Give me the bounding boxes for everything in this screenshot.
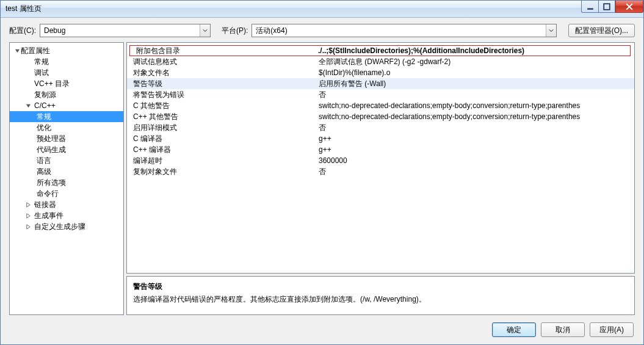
property-key: C 其他警告 xyxy=(127,101,316,111)
tree-item[interactable]: 常规 xyxy=(10,111,123,122)
property-grid[interactable]: 附加包含目录./..;$(StlIncludeDirectories);%(Ad… xyxy=(126,42,635,274)
window-title: test 属性页 xyxy=(1,4,42,14)
property-key: C 编译器 xyxy=(127,134,316,144)
platform-value: 活动(x64) xyxy=(256,26,287,36)
property-key: 警告等级 xyxy=(127,79,316,89)
property-key: C++ 编译器 xyxy=(127,145,316,155)
property-key: 调试信息格式 xyxy=(127,57,316,67)
property-row[interactable]: 启用详细模式否 xyxy=(127,122,634,133)
property-key: 编译超时 xyxy=(127,156,316,166)
tree-item[interactable]: 命令行 xyxy=(10,188,123,199)
config-label: 配置(C): xyxy=(9,26,36,36)
property-value[interactable]: 否 xyxy=(316,90,634,100)
triangle-right-icon xyxy=(24,202,32,208)
svg-rect-0 xyxy=(587,8,593,9)
property-value[interactable]: g++ xyxy=(316,145,634,154)
property-value[interactable]: switch;no-deprecated-declarations;empty-… xyxy=(316,101,634,110)
tree-root[interactable]: 配置属性 xyxy=(10,45,123,56)
tree-item[interactable]: 代码生成 xyxy=(10,144,123,155)
window-buttons xyxy=(581,1,643,13)
property-row[interactable]: 将警告视为错误否 xyxy=(127,89,634,100)
tree-cc-group[interactable]: C/C++ xyxy=(10,100,123,111)
config-toolbar: 配置(C): Debug 平台(P): 活动(x64) 配置管理器(O)... xyxy=(9,24,635,37)
svg-rect-1 xyxy=(604,4,610,10)
property-row[interactable]: 调试信息格式全部调试信息 (DWARF2) (-g2 -gdwarf-2) xyxy=(127,56,634,67)
ok-button[interactable]: 确定 xyxy=(492,322,536,337)
tree-panel: 配置属性 常规调试VC++ 目录复制源 C/C++ 常规优化预处理器代码生成语言… xyxy=(9,42,124,315)
property-row[interactable]: 复制对象文件否 xyxy=(127,166,634,177)
property-row[interactable]: 附加包含目录./..;$(StlIncludeDirectories);%(Ad… xyxy=(129,45,631,56)
config-combo[interactable]: Debug xyxy=(40,24,211,37)
cancel-button[interactable]: 取消 xyxy=(541,322,585,337)
property-row[interactable]: 警告等级启用所有警告 (-Wall) xyxy=(127,78,634,89)
property-key: 复制对象文件 xyxy=(127,167,316,177)
property-value[interactable]: 启用所有警告 (-Wall) xyxy=(316,79,634,89)
close-button[interactable] xyxy=(615,1,643,13)
description-title: 警告等级 xyxy=(133,281,628,292)
chevron-down-icon xyxy=(546,24,556,37)
minimize-button[interactable] xyxy=(581,1,598,13)
tree-group-collapsed[interactable]: 自定义生成步骤 xyxy=(10,221,123,232)
tree-item[interactable]: 常规 xyxy=(10,56,123,67)
property-value[interactable]: 全部调试信息 (DWARF2) (-g2 -gdwarf-2) xyxy=(316,57,634,67)
platform-label: 平台(P): xyxy=(222,26,248,36)
tree-item[interactable]: 语言 xyxy=(10,155,123,166)
chevron-down-icon xyxy=(200,24,210,37)
property-row[interactable]: C++ 其他警告switch;no-deprecated-declaration… xyxy=(127,111,634,122)
description-text: 选择编译器对代码错误的严格程度。其他标志应直接添加到附加选项。(/w, /Wev… xyxy=(133,294,628,305)
property-value[interactable]: $(IntDir)%(filename).o xyxy=(316,68,634,77)
dialog-buttons: 确定 取消 应用(A) xyxy=(9,320,635,338)
triangle-down-icon xyxy=(13,48,21,54)
config-value: Debug xyxy=(44,26,65,35)
triangle-right-icon xyxy=(24,224,32,230)
triangle-down-icon xyxy=(24,103,32,109)
config-manager-button[interactable]: 配置管理器(O)... xyxy=(568,24,635,37)
tree-group-collapsed[interactable]: 生成事件 xyxy=(10,210,123,221)
property-value[interactable]: 否 xyxy=(316,167,634,177)
main-area: 配置属性 常规调试VC++ 目录复制源 C/C++ 常规优化预处理器代码生成语言… xyxy=(9,42,635,315)
tree-item[interactable]: 复制源 xyxy=(10,89,123,100)
property-row[interactable]: C++ 编译器g++ xyxy=(127,144,634,155)
maximize-button[interactable] xyxy=(598,1,615,13)
property-key: 对象文件名 xyxy=(127,68,316,78)
property-value[interactable]: switch;no-deprecated-declarations;empty-… xyxy=(316,112,634,121)
titlebar[interactable]: test 属性页 xyxy=(1,1,643,18)
description-panel: 警告等级 选择编译器对代码错误的严格程度。其他标志应直接添加到附加选项。(/w,… xyxy=(126,276,635,315)
tree-item[interactable]: 预处理器 xyxy=(10,133,123,144)
tree-group-collapsed[interactable]: 链接器 xyxy=(10,199,123,210)
triangle-right-icon xyxy=(24,213,32,219)
property-value[interactable]: 3600000 xyxy=(316,156,634,165)
tree-item[interactable]: 高级 xyxy=(10,166,123,177)
property-row[interactable]: 对象文件名$(IntDir)%(filename).o xyxy=(127,67,634,78)
property-value[interactable]: g++ xyxy=(316,134,634,143)
tree-item[interactable]: 调试 xyxy=(10,67,123,78)
property-key: 附加包含目录 xyxy=(130,46,316,56)
property-row[interactable]: C 编译器g++ xyxy=(127,133,634,144)
property-key: 启用详细模式 xyxy=(127,123,316,133)
property-value[interactable]: ./..;$(StlIncludeDirectories);%(Addition… xyxy=(316,46,630,55)
property-row[interactable]: C 其他警告switch;no-deprecated-declarations;… xyxy=(127,100,634,111)
property-pages-window: test 属性页 配置(C): Debug 平台(P): 活动(x64) 配置管… xyxy=(0,0,644,345)
tree-item[interactable]: 所有选项 xyxy=(10,177,123,188)
apply-button[interactable]: 应用(A) xyxy=(590,322,634,337)
tree-item[interactable]: 优化 xyxy=(10,122,123,133)
property-row[interactable]: 编译超时3600000 xyxy=(127,155,634,166)
tree-item[interactable]: VC++ 目录 xyxy=(10,78,123,89)
property-value[interactable]: 否 xyxy=(316,123,634,133)
client-area: 配置(C): Debug 平台(P): 活动(x64) 配置管理器(O)... … xyxy=(1,18,643,344)
config-tree[interactable]: 配置属性 常规调试VC++ 目录复制源 C/C++ 常规优化预处理器代码生成语言… xyxy=(10,45,123,232)
property-key: C++ 其他警告 xyxy=(127,112,316,122)
property-key: 将警告视为错误 xyxy=(127,90,316,100)
platform-combo[interactable]: 活动(x64) xyxy=(251,24,557,37)
right-panel: 附加包含目录./..;$(StlIncludeDirectories);%(Ad… xyxy=(126,42,635,315)
